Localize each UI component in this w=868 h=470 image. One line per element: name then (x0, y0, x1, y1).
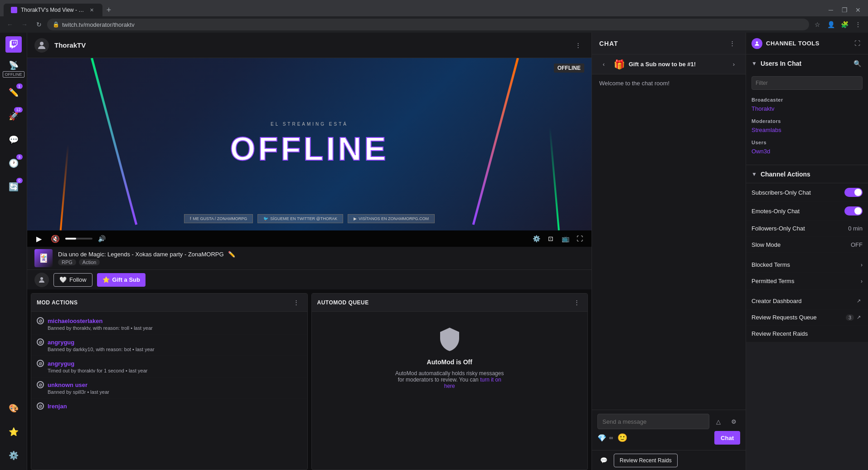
review-recent-raids-label: Review Recent Raids (752, 330, 863, 337)
users-search-icon[interactable]: 🔍 (852, 58, 863, 69)
profile-icon[interactable]: 👤 (824, 18, 837, 31)
mod-item-name: ⊘ michaeloosterlaken (37, 317, 302, 324)
new-tab-button[interactable]: + (102, 4, 115, 16)
play-button[interactable]: ▶ (33, 232, 45, 245)
gift-sub-label: Gift a Sub (112, 276, 140, 283)
review-requests-row[interactable]: Review Requests Queue 3 ↗ (746, 309, 868, 326)
filter-row (746, 73, 868, 93)
bits-icon: 💎 (597, 434, 606, 442)
back-button[interactable]: ← (4, 18, 16, 31)
app: 📡 OFFLINE ✏️ 1 🚀 12 💬 🕐 3 🔄 0 🎨 ⭐ (0, 33, 868, 470)
streamer-info: 🃏 Día uno de Magic: Legends - Xokas dame… (27, 247, 592, 269)
sidebar-item-history[interactable]: 🕐 3 (3, 152, 24, 174)
sidebar-item-paintbrush[interactable]: 🎨 (3, 397, 24, 419)
gift-sub-button[interactable]: ⭐ Gift a Sub (97, 273, 145, 287)
mod-actions-more-button[interactable]: ⋮ (291, 297, 302, 308)
tab-close-button[interactable]: ✕ (88, 6, 95, 14)
review-recent-raids-button[interactable]: Review Recent Raids (614, 454, 678, 467)
ban-icon: ⊘ (37, 402, 44, 410)
bookmarks-star-icon[interactable]: ☆ (811, 18, 824, 31)
expand-icon[interactable]: ⛶ (852, 38, 863, 49)
mute-button[interactable]: 🔇 (49, 232, 62, 245)
tab-favicon (11, 7, 17, 13)
gift-sub-icon: ⭐ (102, 276, 110, 283)
chat-send-button[interactable]: Chat (714, 431, 740, 445)
emotes-only-label: Emotes-Only Chat (752, 208, 844, 215)
volume-fill (65, 238, 76, 240)
tag-rpg[interactable]: RPG (58, 259, 76, 265)
blocked-terms-row[interactable]: Blocked Terms › (746, 257, 868, 273)
sidebar-item-offline[interactable]: 📡 OFFLINE (3, 58, 24, 80)
gift-banner-icon: 🎁 (614, 59, 625, 70)
offline-label: OFFLINE (554, 64, 584, 73)
video-controls-right: ⚙️ ⊡ 📺 ⛶ (530, 232, 586, 245)
sidebar-item-refresh[interactable]: 🔄 0 (3, 176, 24, 198)
chat-settings-icon[interactable]: ⚙ (727, 415, 740, 428)
emote-button[interactable]: 🙂 (616, 431, 629, 444)
video-frame: EL STREAMING ESTÁ OFFLINE OFFLINE fME GU… (27, 58, 592, 230)
streamer-title: Día uno de Magic: Legends - Xokas dame p… (58, 251, 584, 258)
edit-title-icon[interactable]: ✏️ (228, 251, 235, 258)
svg-point-0 (40, 42, 44, 45)
mod-item-name: ⊘ angrygug (37, 338, 302, 346)
forward-button[interactable]: → (18, 18, 31, 31)
extensions-icon[interactable]: 🧩 (838, 18, 851, 31)
streamer-thumbnail: 🃏 (34, 249, 53, 267)
channel-actions-header[interactable]: ▼ Channel Actions (746, 165, 868, 183)
close-window-button[interactable]: ✕ (852, 5, 864, 15)
emotes-only-toggle[interactable] (844, 206, 863, 215)
review-recent-raids-row[interactable]: Review Recent Raids (746, 326, 868, 342)
social-link-facebook[interactable]: fME GUSTA / ZONAMMORPG (184, 214, 253, 223)
fullscreen-button[interactable]: ⛶ (573, 232, 586, 245)
chat-points-icon[interactable]: △ (712, 415, 725, 428)
follow-button[interactable]: 🤍 Follow (53, 273, 92, 287)
social-link-twitter[interactable]: 🐦SÍGUEME EN TWITTER @THORAK (257, 214, 343, 223)
volume-bar[interactable] (65, 238, 92, 240)
main-content: ThorakTV ⋮ EL STREAMING ESTÁ OFFLINE (27, 33, 592, 470)
left-sidebar: 📡 OFFLINE ✏️ 1 🚀 12 💬 🕐 3 🔄 0 🎨 ⭐ (0, 33, 27, 470)
broadcaster-user-link[interactable]: Thoraktv (752, 104, 863, 113)
pip-button[interactable]: 📺 (559, 232, 572, 245)
restore-button[interactable]: ❐ (838, 5, 851, 15)
address-bar[interactable]: 🔒 twitch.tv/moderator/thoraktv (47, 19, 809, 30)
bottom-panels: MOD ACTIONS ⋮ ⊘ michaeloosterlaken Banne… (27, 289, 592, 470)
minimize-button[interactable]: ─ (824, 5, 837, 15)
banner-next-button[interactable]: › (727, 58, 740, 71)
external-link-icon: ↗ (857, 298, 861, 304)
sidebar-item-edit[interactable]: ✏️ 1 (3, 82, 24, 103)
chat-more-button[interactable]: ⋮ (726, 37, 738, 50)
offline-background: EL STREAMING ESTÁ OFFLINE OFFLINE fME GU… (27, 58, 592, 230)
creator-dashboard-row[interactable]: Creator Dashboard ↗ (746, 293, 868, 309)
moderator-user-link[interactable]: Streamlabs (752, 126, 863, 134)
right-panel-title: CHANNEL TOOLS (766, 40, 848, 47)
subscribers-only-toggle[interactable] (844, 188, 863, 197)
sidebar-item-chat[interactable]: 💬 (3, 129, 24, 151)
channel-more-button[interactable]: ⋮ (572, 39, 584, 52)
chat-title: CHAT (599, 40, 726, 47)
blocked-terms-label: Blocked Terms (752, 261, 861, 268)
mod-actions-title: MOD ACTIONS (37, 299, 291, 306)
chat-message-input[interactable] (597, 414, 709, 429)
reload-button[interactable]: ↻ (33, 18, 45, 31)
twitch-logo[interactable] (5, 36, 22, 53)
tag-action[interactable]: Action (79, 259, 100, 265)
banner-prev-button[interactable]: ‹ (597, 58, 610, 71)
permitted-terms-row[interactable]: Permitted Terms › (746, 273, 868, 289)
svg-point-2 (756, 41, 758, 44)
menu-icon[interactable]: ⋮ (852, 18, 864, 31)
user-link[interactable]: Own3d (752, 147, 863, 156)
automod-more-button[interactable]: ⋮ (571, 297, 582, 308)
settings-icon[interactable]: ⚙️ (530, 232, 543, 245)
sidebar-item-settings[interactable]: ⚙️ (3, 445, 24, 466)
theatre-mode-button[interactable]: ⊡ (544, 232, 557, 245)
ban-icon: ⊘ (37, 338, 44, 346)
users-category: Users Own3d (752, 140, 863, 156)
social-link-web[interactable]: ▶VISÍTANOS EN ZONAMMORPG.COM (348, 214, 435, 223)
sidebar-item-activity[interactable]: 🚀 12 (3, 105, 24, 127)
broadcaster-label: Broadcaster (752, 97, 863, 103)
sidebar-item-star[interactable]: ⭐ (3, 421, 24, 443)
users-filter-input[interactable] (752, 76, 863, 90)
users-in-chat-header[interactable]: ▼ Users In Chat 🔍 (746, 54, 868, 73)
mod-item-name: ⊘ unknown user (37, 381, 302, 388)
active-tab[interactable]: ThorakTV's Mod View - Twitch ✕ (4, 4, 102, 16)
